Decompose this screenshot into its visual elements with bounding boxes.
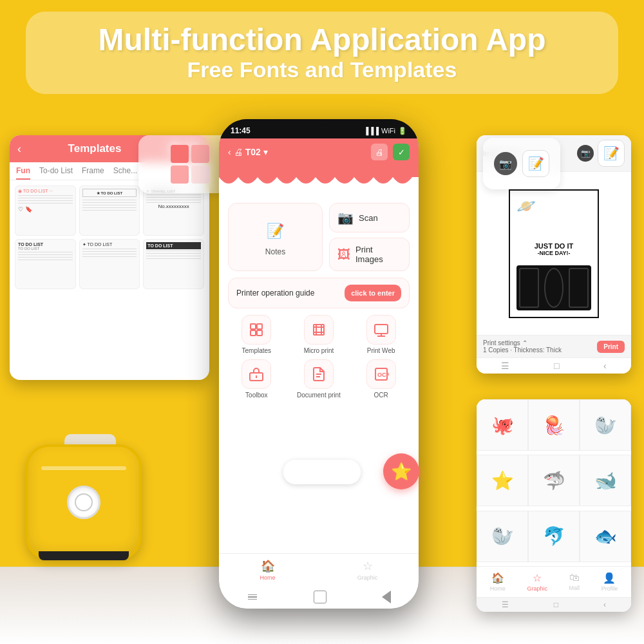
printer-guide-bar[interactable]: Printer operation guide click to enter [228, 278, 410, 308]
tab-fun[interactable]: Fun [16, 166, 30, 180]
scan-button[interactable]: 📷 Scan [329, 203, 410, 232]
android-menu-icon[interactable] [247, 593, 258, 601]
android-back-btn[interactable] [382, 591, 391, 603]
star-icon: ⭐ [391, 462, 412, 482]
sea-item-octopus[interactable]: 🐙 [477, 399, 528, 451]
right-overlay-panel: 📷 📝 [483, 138, 560, 189]
printer-device [26, 444, 155, 586]
template-item-5[interactable]: ✦ TO DO LIST [79, 239, 140, 289]
phone-nav-left: ‹ 🖨 T02 ▾ [228, 147, 268, 157]
app-toolbox[interactable]: Toolbox [228, 359, 285, 399]
tab-todo[interactable]: To-do List [39, 166, 73, 180]
sea-item-walrus[interactable]: 🦭 [580, 399, 631, 451]
home-indicator-pill [283, 460, 361, 484]
sea-item-seal[interactable]: 🦈 [528, 455, 580, 506]
printer-button-inner [75, 493, 93, 511]
right-top-nav-bar: ☰ □ ‹ [477, 357, 631, 374]
phone-main-row: 📝 Notes 📷 Scan 🖼 Print Images [228, 203, 410, 271]
rb-profile-icon: 👤 [603, 572, 616, 584]
sea-item-otter[interactable]: 🐋 [580, 455, 631, 506]
template-item-2[interactable]: ★ TO DO LIST [79, 185, 140, 236]
svg-rect-0 [251, 324, 256, 329]
rb-nav-graphic[interactable]: ☆ Graphic [527, 572, 547, 592]
status-icons: ▐▐▐ WiFi 🔋 [364, 127, 407, 135]
header-subtitle: Free Fonts and Templates [45, 57, 599, 82]
print-frame-decoration [516, 265, 591, 310]
nav-printer-icon: 🖨 [234, 147, 243, 157]
rb-home-btn[interactable]: □ [554, 600, 558, 609]
wave-decoration [219, 177, 419, 196]
rb-profile-label: Profile [601, 585, 618, 592]
back-arrow-icon[interactable]: ‹ [17, 142, 21, 156]
print-button[interactable]: Print [597, 341, 625, 353]
phone-bottom-nav: 🏠 Home ☆ Graphic [219, 553, 419, 587]
sea-item-jellyfish[interactable]: 🪼 [528, 399, 580, 451]
rb-nav-home[interactable]: 🏠 Home [490, 572, 506, 592]
rb-back-btn[interactable]: ‹ [603, 600, 606, 609]
app-microprint[interactable]: Micro print [290, 315, 348, 354]
phone-top-bar: ‹ 🖨 T02 ▾ 🖨 ✓ [219, 138, 419, 196]
template-item-1[interactable]: ◉ TO DO LIST ··· ♡ 🔖 [15, 185, 76, 236]
nav-home[interactable]: 🏠 Home [260, 559, 276, 581]
android-nav-bar [219, 587, 419, 609]
print-icon-btn[interactable]: 🖨 [371, 144, 388, 160]
notes-section[interactable]: 📝 Notes [228, 203, 323, 271]
rt-back-icon[interactable]: ‹ [603, 361, 607, 371]
rt-menu-icon[interactable]: ☰ [501, 361, 509, 371]
print-images-button[interactable]: 🖼 Print Images [329, 238, 410, 271]
app-printweb[interactable]: Print Web [352, 315, 410, 354]
toolbox-label: Toolbox [245, 392, 267, 399]
signal-icon: ▐▐▐ [364, 127, 379, 135]
back-icon[interactable]: ‹ [228, 147, 231, 157]
svg-rect-3 [257, 330, 262, 336]
rb-nav-profile[interactable]: 👤 Profile [601, 572, 618, 592]
camera-btn[interactable]: 📷 [577, 145, 594, 162]
image-icon: 🖼 [337, 247, 350, 262]
overlay-sq-4 [191, 166, 209, 184]
svg-text:OCR: OCR [377, 372, 389, 378]
nav-graphic[interactable]: ☆ Graphic [357, 559, 378, 581]
dropdown-icon[interactable]: ▾ [263, 147, 268, 157]
print-settings-detail: 1 Copies · Thickness: Thick [483, 346, 562, 354]
header-title: Multi-function Application App [45, 23, 599, 57]
edit-btn[interactable]: 📝 [598, 140, 625, 167]
printer-body [26, 444, 142, 560]
check-icon-btn[interactable]: ✓ [393, 144, 410, 160]
templates-label: Templates [242, 347, 272, 354]
docprint-label: Document print [297, 392, 341, 399]
app-templates[interactable]: Templates [228, 315, 285, 354]
sea-item-shark[interactable]: 🦭 [477, 511, 528, 562]
template-item-6[interactable]: TO DO LIST [143, 239, 204, 289]
ocr-icon-box: OCR [366, 359, 396, 389]
right-bottom-nav2: 🏠 Home ☆ Graphic 🛍 Mall 👤 Profile [477, 567, 631, 597]
sea-item-starfish[interactable]: ⭐ [477, 455, 528, 506]
planet-icon: 🪐 [516, 197, 536, 215]
template-item-4[interactable]: TO DO LIST TO DO LIST [15, 239, 76, 289]
svg-rect-1 [257, 324, 262, 329]
printer-button[interactable] [67, 486, 100, 519]
app-docprint[interactable]: Document print [290, 359, 348, 399]
overlay-sq-1 [171, 145, 189, 163]
sea-item-dolphin[interactable]: 🐟 [580, 511, 631, 562]
rb-menu-icon[interactable]: ☰ [502, 600, 509, 609]
rt-home-icon[interactable]: □ [554, 361, 559, 371]
printer-slot [39, 551, 129, 560]
scan-icon: 📷 [337, 210, 354, 225]
app-ocr[interactable]: OCR OCR [352, 359, 410, 399]
svg-rect-9 [375, 325, 388, 334]
right-print-area: 🪐 JUST DO IT -NICE DAY!- [477, 172, 631, 335]
click-to-enter-btn[interactable]: click to enter [345, 285, 401, 301]
tab-frame[interactable]: Frame [82, 166, 104, 180]
rb-mall-label: Mall [569, 585, 580, 591]
notes-icon: 📝 [262, 218, 289, 245]
ocr-label: OCR [374, 392, 388, 399]
phone-nav-right: 🖨 ✓ [371, 144, 410, 160]
float-star-button[interactable]: ⭐ [383, 453, 419, 489]
sea-animals-grid: 🐙 🪼 🦭 ⭐ 🦈 🐋 🦭 🐬 🐟 [477, 399, 631, 567]
tab-schedule[interactable]: Sche... [113, 166, 137, 180]
rb-nav-mall[interactable]: 🛍 Mall [569, 572, 580, 592]
printer-guide-text: Printer operation guide [236, 289, 314, 298]
android-home-btn[interactable] [314, 591, 327, 603]
overlay-sq-3 [171, 166, 189, 184]
sea-item-whale[interactable]: 🐬 [528, 511, 580, 562]
